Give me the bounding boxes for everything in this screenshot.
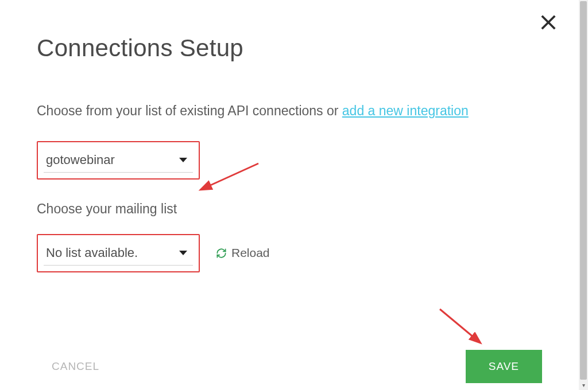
svg-line-2: [208, 163, 258, 186]
scrollbar-down-arrow-icon[interactable]: ▾: [579, 381, 588, 390]
dialog-title: Connections Setup: [37, 34, 542, 62]
scrollbar-thumb[interactable]: [580, 1, 587, 380]
add-integration-link[interactable]: add a new integration: [342, 103, 469, 118]
chevron-down-icon: [179, 251, 187, 255]
dialog-footer: CANCEL SAVE: [37, 350, 542, 383]
mailing-list-label: Choose your mailing list: [37, 201, 542, 217]
connection-select-value: gotowebinar: [46, 153, 115, 167]
intro-text-static: Choose from your list of existing API co…: [37, 103, 342, 118]
annotation-arrow-icon: [201, 161, 264, 195]
reload-button[interactable]: Reload: [216, 246, 270, 260]
intro-text: Choose from your list of existing API co…: [37, 101, 542, 122]
connections-setup-dialog: Connections Setup Choose from your list …: [0, 0, 579, 390]
annotation-arrow-icon: [436, 306, 494, 346]
mailing-list-select-highlight: No list available.: [37, 234, 200, 272]
chevron-down-icon: [179, 158, 187, 162]
mailing-list-select-value: No list available.: [46, 245, 138, 260]
connection-select[interactable]: gotowebinar: [44, 150, 193, 173]
reload-label: Reload: [231, 246, 270, 260]
close-icon: [540, 14, 557, 31]
svg-line-3: [440, 309, 474, 338]
mailing-list-select[interactable]: No list available.: [44, 243, 193, 266]
cancel-button[interactable]: CANCEL: [37, 352, 114, 381]
close-button[interactable]: [540, 14, 557, 33]
save-button[interactable]: SAVE: [466, 350, 542, 383]
vertical-scrollbar[interactable]: ▾: [579, 0, 588, 390]
reload-icon: [216, 248, 227, 259]
connection-select-highlight: gotowebinar: [37, 141, 200, 180]
